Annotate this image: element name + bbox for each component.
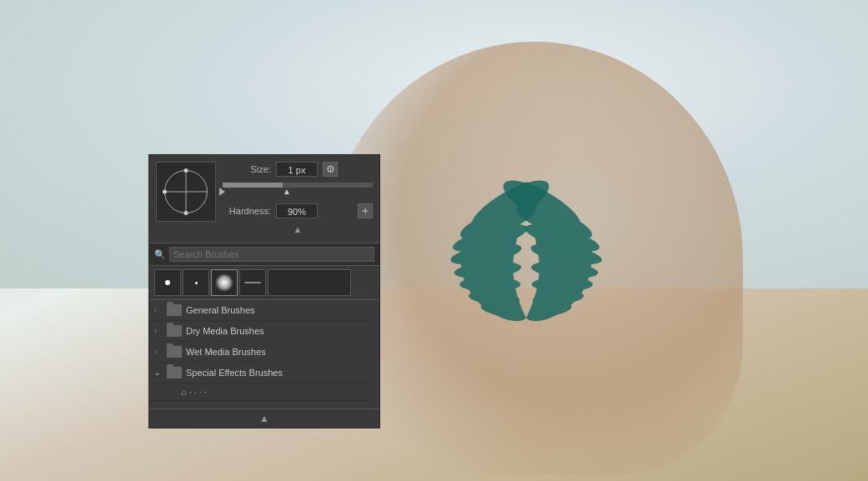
add-button[interactable]: ＋ bbox=[358, 203, 373, 218]
brush-group-general[interactable]: › General Brushes bbox=[149, 300, 369, 321]
chevron-special: ⌄ bbox=[154, 368, 163, 377]
folder-icon-dry bbox=[167, 325, 182, 337]
search-bar: 🔍 bbox=[149, 243, 379, 266]
folder-icon-wet bbox=[167, 346, 182, 358]
brush-thumb-1[interactable] bbox=[154, 269, 181, 296]
chevron-wet: › bbox=[154, 348, 163, 356]
arrow-right-icon bbox=[219, 188, 225, 196]
controls-area: Size: 1 px ⚙ ▲ Hardness: 90% ＋ ▲ bbox=[223, 162, 373, 236]
hardness-row: Hardness: 90% ＋ bbox=[223, 203, 373, 218]
crosshair-vertical bbox=[186, 171, 187, 213]
search-icon: 🔍 bbox=[154, 249, 166, 260]
panel-top: Size: 1 px ⚙ ▲ Hardness: 90% ＋ ▲ bbox=[149, 155, 379, 243]
group-label-special: Special Effects Brushes bbox=[186, 368, 283, 378]
brush-panel: Size: 1 px ⚙ ▲ Hardness: 90% ＋ ▲ 🔍 bbox=[148, 154, 380, 428]
bottom-up-arrow-icon: ▲ bbox=[259, 413, 269, 424]
size-label: Size: bbox=[223, 164, 271, 174]
size-value[interactable]: 1 px bbox=[276, 162, 318, 177]
search-input[interactable] bbox=[169, 247, 374, 262]
folder-icon-general bbox=[167, 304, 182, 316]
brush-group-dry[interactable]: › Dry Media Brushes bbox=[149, 321, 369, 342]
size-slider-arrow: ▲ bbox=[223, 187, 373, 196]
hardness-value[interactable]: 90% bbox=[276, 203, 318, 218]
line-brush-preview bbox=[244, 282, 261, 283]
size-slider-container: ▲ bbox=[223, 181, 373, 196]
brush-thumb-3[interactable] bbox=[211, 269, 238, 296]
brush-thumb-5[interactable] bbox=[268, 269, 351, 296]
group-label-general: General Brushes bbox=[186, 305, 255, 315]
brush-circle bbox=[164, 170, 208, 213]
bottom-arrow: ▲ bbox=[223, 223, 373, 236]
brush-list: › General Brushes › Dry Media Brushes › … bbox=[149, 300, 379, 408]
hard-brush-preview-2 bbox=[195, 282, 198, 284]
handle-left[interactable] bbox=[163, 190, 167, 194]
hard-brush-preview bbox=[165, 280, 170, 285]
group-label-wet: Wet Media Brushes bbox=[186, 347, 266, 357]
gear-button[interactable]: ⚙ bbox=[323, 162, 338, 177]
hardness-label: Hardness: bbox=[223, 206, 271, 216]
panel-bottom: ▲ bbox=[149, 408, 379, 428]
brush-thumbnails bbox=[149, 266, 379, 300]
sub-item-1[interactable]: ⌂ · · · · bbox=[149, 383, 369, 401]
handle-top[interactable] bbox=[184, 168, 188, 173]
chevron-general: › bbox=[154, 306, 163, 314]
group-label-dry: Dry Media Brushes bbox=[186, 326, 264, 336]
brush-list-inner: › General Brushes › Dry Media Brushes › … bbox=[149, 300, 379, 408]
folder-icon-special bbox=[167, 367, 182, 378]
size-slider-track[interactable] bbox=[223, 183, 373, 188]
size-row: Size: 1 px ⚙ bbox=[223, 162, 373, 177]
chevron-dry: › bbox=[154, 327, 163, 335]
brush-thumb-4[interactable] bbox=[239, 269, 266, 296]
soft-brush-preview bbox=[215, 273, 233, 292]
wings-tattoo bbox=[443, 142, 610, 350]
brush-group-special[interactable]: ⌄ Special Effects Brushes bbox=[149, 363, 369, 383]
brush-thumb-2[interactable] bbox=[183, 269, 209, 296]
background bbox=[0, 0, 868, 481]
handle-bottom[interactable] bbox=[184, 211, 188, 215]
brush-group-wet[interactable]: › Wet Media Brushes bbox=[149, 342, 369, 363]
brush-preview bbox=[156, 162, 216, 222]
